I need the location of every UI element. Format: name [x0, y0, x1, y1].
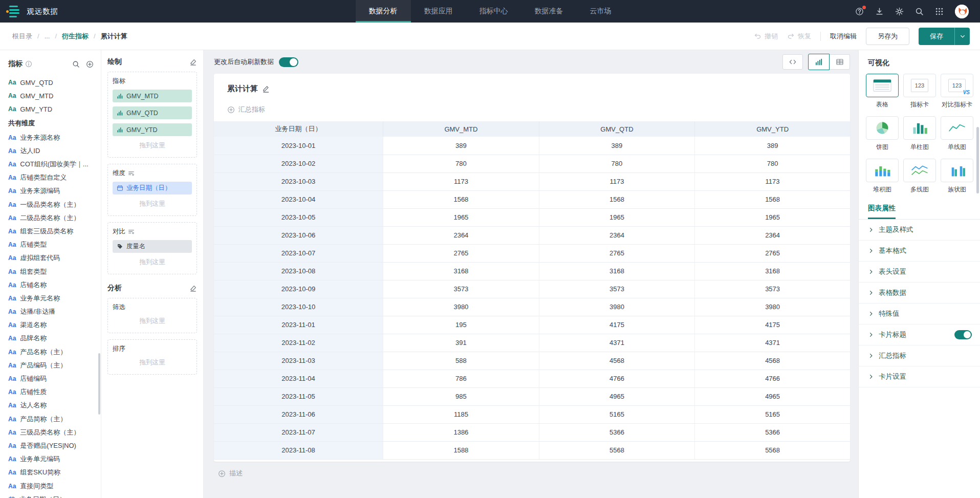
table-cell[interactable]: 2023-11-06	[214, 405, 383, 423]
chart-view-button[interactable]	[808, 54, 830, 70]
table-cell[interactable]: 2023-11-02	[214, 334, 383, 352]
field-item[interactable]: Aa达人ID	[8, 144, 101, 158]
chart-type-kpi[interactable]: 123指标卡	[903, 74, 936, 109]
shelf-chip[interactable]: 业务日期（日）	[113, 182, 192, 194]
filter-settings-icon[interactable]	[128, 170, 135, 177]
card-title-toggle[interactable]	[954, 330, 972, 339]
shelf-chip[interactable]: GMV_QTD	[113, 106, 192, 119]
field-item[interactable]: Aa一级品类名称（主）	[8, 198, 101, 211]
table-cell[interactable]: 4371	[695, 334, 850, 352]
table-cell[interactable]: 780	[383, 155, 539, 172]
table-cell[interactable]: 5568	[539, 441, 695, 459]
field-item[interactable]: Aa业务单元名称	[8, 292, 101, 305]
table-cell[interactable]: 1568	[383, 190, 539, 208]
field-item[interactable]: Aa三级品类名称（主）	[8, 426, 101, 439]
viz-scrollbar[interactable]	[976, 127, 979, 193]
table-cell[interactable]: 2023-10-03	[214, 172, 383, 190]
apps-grid-icon[interactable]	[935, 7, 944, 16]
table-cell[interactable]: 5165	[539, 405, 695, 423]
table-row[interactable]: 2023-10-06236423642364	[214, 226, 850, 244]
field-item[interactable]: AaGMV_YTD	[8, 102, 101, 116]
field-item[interactable]: Aa业务来源名称	[8, 131, 101, 144]
table-cell[interactable]: 3980	[539, 298, 695, 316]
table-cell[interactable]: 786	[383, 370, 539, 387]
table-cell[interactable]: 1965	[383, 208, 539, 226]
field-item[interactable]: AaGMV_MTD	[8, 89, 101, 102]
field-item[interactable]: AaCOT组织(国妆美学｜...	[8, 158, 101, 171]
table-cell[interactable]: 2023-10-09	[214, 280, 383, 298]
field-item[interactable]: Aa达人名称	[8, 399, 101, 412]
field-item[interactable]: Aa是否赠品(YES|NO)	[8, 439, 101, 452]
breadcrumb-item-2[interactable]: ...	[45, 32, 50, 40]
table-row[interactable]: 2023-11-08158855685568	[214, 441, 850, 459]
table-cell[interactable]: 4568	[539, 352, 695, 370]
table-row[interactable]: 2023-10-05196519651965	[214, 208, 850, 226]
field-item[interactable]: Aa产品编码（主）	[8, 359, 101, 372]
save-as-button[interactable]: 另存为	[866, 28, 909, 45]
table-cell[interactable]: 5165	[695, 405, 850, 423]
settings-icon[interactable]	[895, 7, 904, 16]
table-cell[interactable]: 4568	[695, 352, 850, 370]
field-item[interactable]: Aa组套类型	[8, 265, 101, 278]
table-cell[interactable]: 2023-10-02	[214, 155, 383, 172]
field-item[interactable]: Aa业务来源编码	[8, 184, 101, 198]
nav-tab-5[interactable]: 云市场	[577, 0, 625, 23]
field-item[interactable]: Aa渠道名称	[8, 318, 101, 332]
field-item[interactable]: Aa组套三级品类名称	[8, 225, 101, 238]
table-view-button[interactable]	[830, 54, 850, 70]
table-cell[interactable]: 3168	[383, 262, 539, 280]
table-cell[interactable]: 2765	[539, 244, 695, 262]
chart-type-pie[interactable]: 饼图	[866, 116, 899, 151]
table-cell[interactable]: 4766	[695, 370, 850, 387]
breadcrumb-item-1[interactable]: 根目录	[12, 32, 32, 41]
table-cell[interactable]: 2765	[695, 244, 850, 262]
table-cell[interactable]: 3573	[383, 280, 539, 298]
field-item[interactable]: Aa店铺类型	[8, 238, 101, 251]
table-cell[interactable]: 2023-11-07	[214, 423, 383, 441]
redo-button[interactable]: 恢复	[787, 32, 811, 41]
props-section-7[interactable]: 汇总指标	[859, 345, 980, 366]
chart-type-cluster[interactable]: 族状图	[941, 159, 973, 194]
field-item-date[interactable]: 业务日期（日）	[8, 493, 101, 498]
table-row[interactable]: 2023-11-0239143714371	[214, 334, 850, 352]
table-cell[interactable]: 985	[383, 387, 539, 405]
table-cell[interactable]: 2364	[539, 226, 695, 244]
table-header-cell[interactable]: GMV_MTD	[383, 121, 539, 137]
field-item[interactable]: Aa店铺性质	[8, 385, 101, 399]
table-row[interactable]: 2023-10-02780780780	[214, 155, 850, 172]
filter-settings-icon[interactable]	[128, 228, 135, 235]
clear-draw-icon[interactable]	[189, 58, 197, 66]
table-cell[interactable]: 389	[383, 137, 539, 155]
table-cell[interactable]: 5568	[695, 441, 850, 459]
table-cell[interactable]: 2023-10-05	[214, 208, 383, 226]
table-cell[interactable]: 2023-10-06	[214, 226, 383, 244]
table-cell[interactable]: 3573	[695, 280, 850, 298]
field-item[interactable]: Aa二级品类名称（主）	[8, 211, 101, 225]
table-row[interactable]: 2023-11-06118551655165	[214, 405, 850, 423]
table-header-cell[interactable]: 业务日期（日）	[214, 121, 383, 137]
shelf-chip[interactable]: GMV_YTD	[113, 123, 192, 136]
table-cell[interactable]: 2765	[383, 244, 539, 262]
help-icon[interactable]	[855, 7, 864, 16]
table-cell[interactable]: 1965	[695, 208, 850, 226]
table-cell[interactable]: 1173	[695, 172, 850, 190]
table-row[interactable]: 2023-10-08316831683168	[214, 262, 850, 280]
undo-button[interactable]: 撤销	[754, 32, 778, 41]
field-item[interactable]: Aa店铺编码	[8, 372, 101, 385]
field-search-icon[interactable]	[72, 60, 80, 68]
chart-type-kpi-vs[interactable]: 123VS对比指标卡	[941, 74, 973, 109]
tab-chart-properties[interactable]: 图表属性	[868, 204, 896, 219]
table-cell[interactable]: 2364	[383, 226, 539, 244]
table-cell[interactable]: 1965	[539, 208, 695, 226]
code-view-button[interactable]	[782, 54, 803, 70]
table-cell[interactable]: 3168	[539, 262, 695, 280]
field-item[interactable]: Aa直接间类型	[8, 479, 101, 492]
table-cell[interactable]: 4175	[695, 316, 850, 334]
table-row[interactable]: 2023-11-0358845684568	[214, 352, 850, 370]
field-item[interactable]: Aa店铺类型自定义	[8, 171, 101, 184]
table-row[interactable]: 2023-11-0478647664766	[214, 370, 850, 387]
table-cell[interactable]: 2023-11-03	[214, 352, 383, 370]
field-item[interactable]: AaGMV_QTD	[8, 76, 101, 89]
table-cell[interactable]: 2023-11-08	[214, 441, 383, 459]
table-cell[interactable]: 780	[695, 155, 850, 172]
